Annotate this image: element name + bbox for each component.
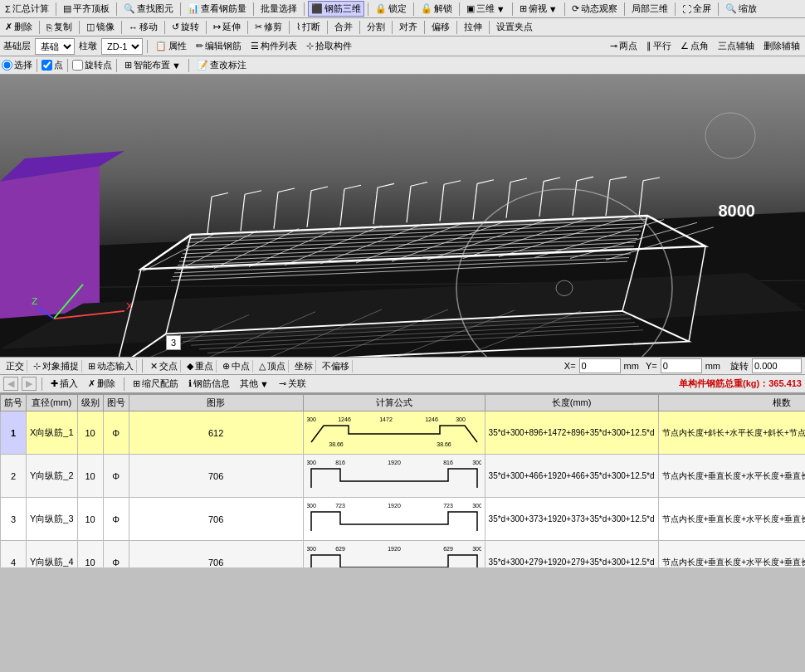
- table-row[interactable]: 2Y向纵筋_210Φ706300816192081630035*d+300+46…: [1, 455, 806, 498]
- table-row[interactable]: 4Y向纵筋_410Φ706300629192062930035*d+300+27…: [1, 541, 806, 568]
- snap-btn[interactable]: ⊹ 对象捕捉: [31, 360, 82, 373]
- point-check[interactable]: [41, 60, 52, 71]
- search-icon: 🔍: [124, 3, 135, 14]
- rotate-pt-checkbox[interactable]: 旋转点: [72, 59, 112, 71]
- status-bar: 正交 ⊹ 对象捕捉 ⊞ 动态输入 ✕ 交点 ◆ 重点 ⊕ 中点 △ 顶点 坐标 …: [0, 357, 805, 375]
- rotate-pt-check[interactable]: [72, 60, 83, 71]
- sigma-icon: Σ: [5, 4, 11, 14]
- local-3d-btn[interactable]: 局部三维: [628, 1, 671, 17]
- center-icon: ⊕: [222, 361, 230, 372]
- set-grip-btn[interactable]: 设置夹点: [493, 19, 536, 35]
- midpoint-icon: ◆: [187, 361, 193, 372]
- unlock-icon: 🔓: [421, 3, 432, 14]
- rebar-info-btn[interactable]: ℹ 钢筋信息: [185, 376, 233, 392]
- cell-formula: 35*d+300+466+1920+466+35*d+300+12.5*d: [485, 455, 658, 498]
- cell-num: 3: [1, 498, 27, 541]
- 3d-viewport[interactable]: 钢筋显示控制面板 X向纵筋 Y向纵筋 显示基它图元 显示详细公式: [0, 75, 805, 357]
- modify-note-btn[interactable]: 📝 查改标注: [193, 57, 250, 73]
- layer-label: 基础层: [2, 40, 32, 52]
- copy-icon: ⎘: [46, 22, 52, 32]
- del-rebar-btn[interactable]: ✗ 删除: [85, 376, 119, 392]
- fullscreen-btn[interactable]: ⛶ 全屏: [679, 1, 715, 17]
- point-checkbox[interactable]: 点: [41, 59, 63, 71]
- move-btn[interactable]: ↔ 移动: [125, 19, 161, 35]
- y-coord-input[interactable]: [661, 358, 702, 373]
- intersect-btn[interactable]: ✕ 交点: [148, 360, 181, 373]
- svg-text:816: 816: [443, 460, 453, 465]
- rebar-3d-btn[interactable]: ⬛ 钢筋三维: [308, 1, 364, 17]
- table-row[interactable]: 3Y向纵筋_310Φ706300723192072330035*d+300+37…: [1, 498, 806, 541]
- svg-text:629: 629: [443, 546, 453, 552]
- smart-layout-btn[interactable]: ⊞ 智能布置 ▼: [121, 57, 184, 73]
- table-row[interactable]: 1X向纵筋_110Φ61230012461472124630038.6638.6…: [1, 411, 806, 455]
- split-btn[interactable]: 分割: [363, 19, 388, 35]
- sum-calc-btn[interactable]: Σ 汇总计算: [2, 1, 52, 17]
- prev-btn[interactable]: ◀: [3, 377, 18, 391]
- rebar-toolbar: ◀ ▶ ✚ 插入 ✗ 删除 ⊞ 缩尺配筋 ℹ 钢筋信息 其他 ▼ ⊸ 关联 单构…: [0, 375, 805, 393]
- other-btn[interactable]: 其他 ▼: [237, 376, 272, 392]
- dynamic-icon: ⊞: [88, 361, 95, 372]
- layer-select[interactable]: 基础: [35, 38, 75, 55]
- no-move-btn[interactable]: 不偏移: [320, 360, 353, 373]
- zoom-btn[interactable]: 🔍 缩放: [722, 1, 760, 17]
- cell-num: 4: [1, 541, 27, 568]
- orthogonal-btn[interactable]: 正交: [3, 360, 27, 373]
- select-radio[interactable]: [2, 60, 12, 71]
- break-btn[interactable]: ⌇ 打断: [293, 19, 324, 35]
- rotate-input[interactable]: [752, 358, 802, 373]
- connect-btn[interactable]: ⊸ 关联: [276, 376, 310, 392]
- offset-btn[interactable]: 偏移: [428, 19, 453, 35]
- parallel-btn[interactable]: ∥ 平行: [643, 38, 675, 54]
- select-checkbox[interactable]: 选择: [2, 59, 32, 71]
- find-element-btn[interactable]: 🔍 查找图元: [120, 1, 177, 17]
- svg-text:629: 629: [335, 546, 345, 552]
- delete-btn[interactable]: ✗ 删除: [2, 19, 36, 35]
- extend-btn[interactable]: ↦ 延伸: [210, 19, 244, 35]
- two-point-btn[interactable]: ⊸ 两点: [607, 38, 641, 54]
- cell-figure: 30012461472124630038.6638.66: [303, 411, 485, 455]
- top-view-btn[interactable]: ⊞ 俯视 ▼: [516, 1, 561, 17]
- add-btn[interactable]: ✚ 插入: [47, 376, 81, 392]
- toolbar-2: ✗ 删除 ⎘ 复制 ◫ 镜像 ↔ 移动 ↺ 旋转 ↦ 延伸 ✂ 修剪 ⌇ 打断 …: [0, 18, 805, 37]
- next-btn[interactable]: ▶: [22, 377, 37, 391]
- dynamic-input-btn[interactable]: ⊞ 动态输入: [85, 360, 137, 373]
- dynamic-view-btn[interactable]: ⟳ 动态观察: [568, 1, 621, 17]
- center-btn[interactable]: ⊕ 中点: [220, 360, 253, 373]
- sep: [512, 2, 513, 16]
- align-top-btn[interactable]: ▤ 平齐顶板: [60, 1, 113, 17]
- trim-btn[interactable]: ✂ 修剪: [251, 19, 285, 35]
- rebar-table-area[interactable]: 筋号 直径(mm) 级别 图号 图形 计算公式 长度(mm) 根数 搭接 损耗(…: [0, 393, 805, 567]
- svg-text:300: 300: [472, 546, 481, 552]
- unlock-btn[interactable]: 🔓 解锁: [417, 1, 456, 17]
- edit-rebar-btn[interactable]: ✏ 编辑钢筋: [193, 38, 245, 54]
- intersect-icon: ✕: [150, 361, 158, 372]
- delete-axis-btn[interactable]: 删除辅轴: [760, 38, 803, 54]
- attr-btn[interactable]: 📋 属性: [152, 38, 190, 54]
- scale-btn[interactable]: ⊞ 缩尺配筋: [129, 376, 182, 392]
- 3d-view-btn[interactable]: ▣ 三维 ▼: [463, 1, 509, 17]
- mirror-btn[interactable]: ◫ 镜像: [83, 19, 118, 35]
- toolbar-3: 基础层 基础 柱墩 ZD-1 📋 属性 ✏ 编辑钢筋 ☰ 构件列表 ⊹ 拾取构件…: [0, 37, 805, 56]
- sep: [564, 2, 565, 16]
- svg-text:816: 816: [335, 460, 345, 465]
- three-point-axis-btn[interactable]: 三点辅轴: [715, 38, 758, 54]
- col-figure: 图形: [129, 395, 303, 411]
- column-select[interactable]: ZD-1: [101, 38, 143, 55]
- rotate-btn[interactable]: ↺ 旋转: [168, 19, 202, 35]
- sep: [359, 21, 360, 34]
- view-rebar-btn[interactable]: 📊 查看钢筋量: [184, 1, 250, 17]
- midpoint-btn[interactable]: ◆ 重点: [184, 360, 217, 373]
- pick-component-btn[interactable]: ⊹ 拾取构件: [303, 38, 355, 54]
- merge-btn[interactable]: 合并: [331, 19, 356, 35]
- align-btn[interactable]: 对齐: [396, 19, 421, 35]
- sep: [368, 2, 368, 16]
- component-list-btn[interactable]: ☰ 构件列表: [247, 38, 300, 54]
- batch-select-btn[interactable]: 批量选择: [257, 1, 300, 17]
- copy-btn[interactable]: ⎘ 复制: [43, 19, 76, 35]
- stretch-btn[interactable]: 拉伸: [461, 19, 485, 35]
- vertex-btn[interactable]: △ 顶点: [256, 360, 289, 373]
- point-angle-btn[interactable]: ∠ 点角: [677, 38, 712, 54]
- coord-btn[interactable]: 坐标: [292, 360, 316, 373]
- lock-btn[interactable]: 🔒 锁定: [372, 1, 410, 17]
- x-coord-input[interactable]: [579, 358, 621, 373]
